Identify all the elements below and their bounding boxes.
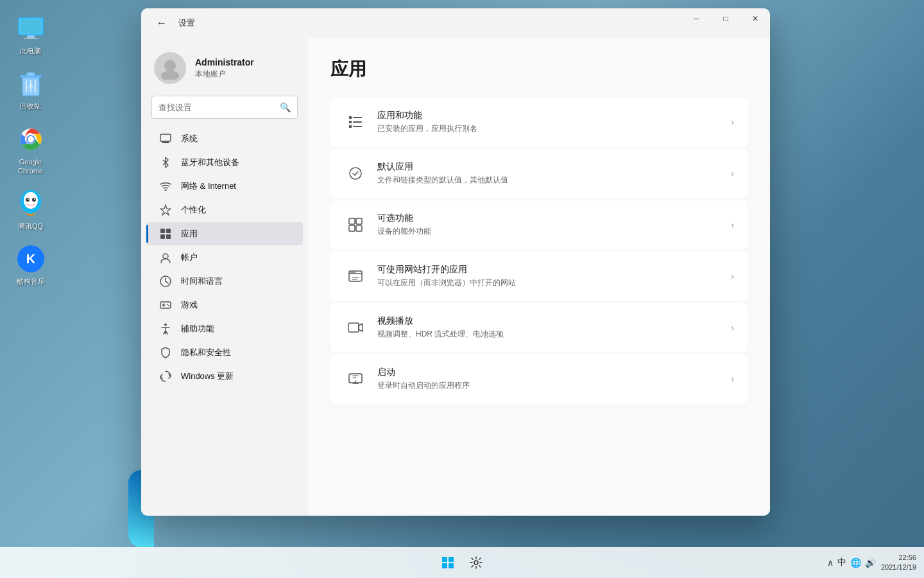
- update-icon: [159, 370, 172, 383]
- personalize-icon: [159, 204, 172, 216]
- svg-rect-3: [27, 35, 35, 38]
- window-controls: ─ □ ✕: [681, 8, 770, 38]
- svg-rect-60: [442, 563, 447, 568]
- svg-point-19: [32, 198, 36, 202]
- svg-point-27: [161, 71, 179, 80]
- chevron-right-icon: ›: [731, 117, 734, 127]
- maximize-button[interactable]: □: [711, 8, 740, 29]
- tray-input[interactable]: 中: [837, 557, 846, 568]
- sidebar-item-gaming[interactable]: 游戏: [146, 293, 303, 317]
- card-video-playback-title: 视频播放: [377, 315, 731, 327]
- kugou-icon: K: [15, 243, 46, 274]
- desktop-icon-my-computer[interactable]: 此电脑: [6, 10, 55, 58]
- card-web-apps-desc: 可以在应用（而非浏览器）中打开的网站: [377, 277, 731, 288]
- taskbar-settings-button[interactable]: [463, 550, 489, 575]
- card-startup[interactable]: 启动 登录时自动启动的应用程序 ›: [330, 355, 748, 403]
- chrome-icon: [15, 124, 46, 155]
- sidebar-item-apps[interactable]: 应用: [146, 222, 303, 245]
- svg-rect-58: [442, 557, 447, 562]
- card-apps-features[interactable]: 应用和功能 已安装的应用，应用执行别名 ›: [330, 98, 748, 146]
- desktop-icon-chrome[interactable]: Google Chrome: [6, 121, 55, 179]
- sidebar-item-time[interactable]: 时间和语言: [146, 270, 303, 293]
- sidebar-item-system[interactable]: 系统: [146, 127, 303, 150]
- search-box[interactable]: 🔍: [151, 96, 298, 119]
- time-icon: [159, 275, 172, 288]
- svg-point-38: [167, 304, 168, 305]
- svg-rect-44: [353, 121, 362, 123]
- window-title: 设置: [178, 17, 195, 29]
- svg-point-55: [354, 272, 355, 273]
- desktop: 此电脑 回收站: [0, 0, 924, 578]
- sidebar-item-bluetooth[interactable]: 蓝牙和其他设备: [146, 151, 303, 174]
- chrome-label: Google Chrome: [10, 157, 51, 176]
- minimize-button[interactable]: ─: [681, 8, 711, 29]
- search-icon[interactable]: 🔍: [280, 102, 291, 112]
- sidebar-item-accounts[interactable]: 帐户: [146, 246, 303, 269]
- recycle-bin-label: 回收站: [20, 101, 41, 110]
- time-display: 22:56: [881, 553, 916, 563]
- start-button[interactable]: [435, 550, 461, 575]
- chevron-right-icon-6: ›: [731, 374, 734, 384]
- content-area: Administrator 本地账户 🔍: [141, 38, 770, 516]
- card-video-playback[interactable]: 视频播放 视频调整、HDR 流式处理、电池选项 ›: [330, 303, 748, 352]
- qq-icon: [15, 188, 46, 219]
- svg-rect-28: [160, 134, 171, 141]
- svg-rect-34: [160, 234, 165, 239]
- search-input[interactable]: [158, 103, 280, 112]
- gaming-icon: [159, 299, 172, 311]
- card-web-apps-title: 可使用网站打开的应用: [377, 264, 731, 276]
- taskbar-clock[interactable]: 22:56 2021/12/19: [881, 553, 916, 573]
- close-button[interactable]: ✕: [740, 8, 770, 29]
- avatar: [154, 52, 186, 84]
- svg-rect-61: [449, 563, 454, 568]
- chevron-right-icon-2: ›: [731, 168, 734, 179]
- svg-rect-29: [162, 142, 169, 143]
- web-apps-icon: [344, 265, 367, 288]
- svg-point-26: [164, 60, 176, 71]
- svg-rect-46: [353, 126, 362, 127]
- page-title: 应用: [330, 57, 748, 82]
- card-web-apps[interactable]: 可使用网站打开的应用 可以在应用（而非浏览器）中打开的网站 ›: [330, 252, 748, 301]
- title-bar: ← 设置 ─ □ ✕: [141, 8, 770, 38]
- card-startup-text: 启动 登录时自动启动的应用程序: [377, 367, 731, 391]
- apps-icon: [159, 227, 172, 240]
- card-startup-desc: 登录时自动启动的应用程序: [377, 380, 731, 391]
- tray-volume[interactable]: 🔊: [865, 557, 876, 568]
- sidebar-label-accessibility: 辅助功能: [181, 323, 214, 335]
- sidebar: Administrator 本地账户 🔍: [141, 38, 308, 516]
- desktop-icon-qq[interactable]: 腾讯QQ: [6, 185, 55, 234]
- user-profile[interactable]: Administrator 本地账户: [141, 44, 308, 96]
- user-info: Administrator 本地账户: [195, 57, 254, 80]
- svg-rect-4: [24, 38, 38, 39]
- card-apps-features-desc: 已安装的应用，应用执行别名: [377, 123, 731, 134]
- sidebar-item-privacy[interactable]: 隐私和安全性: [146, 341, 303, 364]
- card-optional-features-title: 可选功能: [377, 213, 731, 224]
- chevron-right-icon-5: ›: [731, 322, 734, 333]
- svg-text:K: K: [26, 252, 35, 266]
- video-icon: [344, 316, 367, 339]
- sidebar-item-network[interactable]: 网络 & Internet: [146, 175, 303, 198]
- svg-rect-41: [349, 116, 352, 119]
- svg-point-54: [352, 272, 354, 273]
- user-name: Administrator: [195, 57, 254, 67]
- tray-network[interactable]: 🌐: [850, 557, 861, 568]
- sidebar-item-windows-update[interactable]: Windows 更新: [146, 365, 303, 388]
- card-default-apps[interactable]: 默认应用 文件和链接类型的默认值，其他默认值 ›: [330, 149, 748, 198]
- sidebar-item-accessibility[interactable]: 辅助功能: [146, 317, 303, 340]
- svg-rect-48: [349, 218, 355, 224]
- card-optional-features[interactable]: 可选功能 设备的额外功能 ›: [330, 200, 748, 249]
- desktop-icon-kugou[interactable]: K 酷狗音乐: [6, 240, 55, 289]
- sidebar-label-time: 时间和语言: [181, 276, 223, 287]
- back-button[interactable]: ←: [151, 13, 172, 33]
- taskbar-right: ∧ 中 🌐 🔊 22:56 2021/12/19: [827, 553, 916, 573]
- svg-rect-23: [28, 209, 33, 214]
- desktop-icons-container: 此电脑 回收站: [0, 0, 61, 299]
- sidebar-label-bluetooth: 蓝牙和其他设备: [181, 157, 239, 168]
- system-icon: [159, 132, 172, 145]
- desktop-icon-recycle-bin[interactable]: 回收站: [6, 65, 55, 114]
- tray-arrow[interactable]: ∧: [827, 557, 834, 568]
- svg-rect-30: [161, 141, 170, 142]
- chevron-right-icon-4: ›: [731, 271, 734, 281]
- sidebar-item-personalization[interactable]: 个性化: [146, 198, 303, 222]
- apps-list-icon: [344, 110, 367, 134]
